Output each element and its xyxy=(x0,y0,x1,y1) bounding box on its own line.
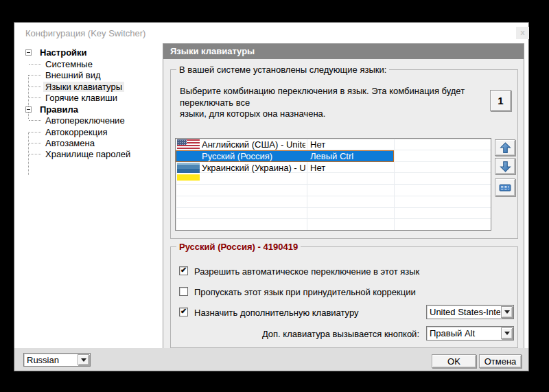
sidebar-item-appearance[interactable]: Внешний вид xyxy=(25,70,103,80)
page-title: Языки клавиатуры xyxy=(163,44,524,59)
sidebar-item-hotkeys[interactable]: Горячие клавиши xyxy=(25,93,119,103)
arrow-up-icon xyxy=(500,142,511,154)
ukraine-flag-overflow xyxy=(177,174,200,181)
arrow-down-icon xyxy=(500,161,511,172)
move-down-button[interactable] xyxy=(495,158,515,174)
sidebar-item-password-store[interactable]: Хранилище паролей xyxy=(25,149,132,159)
config-dialog: Конфигурация (Key Switcher) x Настройки … xyxy=(14,22,529,371)
installed-languages-group: В вашей системе установлены следующие яз… xyxy=(170,69,518,239)
sidebar-item-settings[interactable]: Настройки xyxy=(25,47,89,58)
sidebar-item-autoreplace[interactable]: Автозамена xyxy=(25,138,97,148)
extra-keyboard-key-select[interactable]: Правый Alt xyxy=(426,326,514,341)
collapse-icon[interactable] xyxy=(25,106,32,113)
language-row-english[interactable]: Английский (США) - United Stat Нет xyxy=(176,139,491,150)
content-panel: Языки клавиатуры В вашей системе установ… xyxy=(163,43,524,349)
ukraine-flag-icon xyxy=(177,163,200,173)
extra-keyboard-select[interactable]: United States-Internati xyxy=(426,305,514,319)
russian-language-group: Русский (Россия) - 4190419 ✔ Разрешить а… xyxy=(170,246,518,348)
language-row-ukrainian[interactable]: Украинский (Украина) - Ukrain Нет xyxy=(176,162,491,174)
group-title: Русский (Россия) - 4190419 xyxy=(176,242,301,252)
collapse-icon[interactable] xyxy=(25,49,32,56)
chevron-down-icon[interactable] xyxy=(501,306,513,318)
sidebar-item-system[interactable]: Системные xyxy=(25,59,95,69)
sidebar-item-keyboard-languages[interactable]: Языки клавиатуры xyxy=(25,82,124,92)
footer-bar: Russian OK Отмена xyxy=(14,348,528,371)
chevron-down-icon[interactable] xyxy=(78,354,89,365)
close-icon[interactable]: x xyxy=(516,27,529,39)
switch-combination-description: Выберите комбинацию переключения в язык.… xyxy=(180,86,482,120)
checkmark-icon: ✔ xyxy=(180,307,187,316)
combination-number-button[interactable]: 1 xyxy=(490,90,511,111)
empty-row xyxy=(176,219,491,231)
group-title: В вашей системе установлены следующие яз… xyxy=(176,65,389,75)
extra-keyboard-key-label: Доп. клавиатура вызывается кнопкой: xyxy=(262,329,419,339)
sidebar-item-autocorrect[interactable]: Автокоррекция xyxy=(25,127,110,137)
empty-row xyxy=(176,173,491,185)
auto-switch-checkbox[interactable]: ✔ xyxy=(179,266,188,275)
empty-row xyxy=(176,196,491,208)
empty-row xyxy=(176,185,491,196)
ok-button[interactable]: OK xyxy=(432,354,476,368)
us-flag-icon xyxy=(177,139,200,150)
cancel-button[interactable]: Отмена xyxy=(479,354,522,368)
keyboard-icon xyxy=(499,182,511,193)
move-up-button[interactable] xyxy=(495,139,515,156)
title-bar[interactable]: Конфигурация (Key Switcher) x xyxy=(14,23,528,43)
keyboard-layout-button[interactable] xyxy=(495,178,515,196)
sidebar-item-rules[interactable]: Правила xyxy=(25,104,80,115)
checkmark-icon: ✔ xyxy=(180,266,187,275)
language-row-russian[interactable]: Русский (Россия) Левый Ctrl xyxy=(176,150,491,162)
skip-language-checkbox[interactable]: ✔ xyxy=(179,287,188,296)
empty-row xyxy=(176,208,491,220)
sidebar-item-autoswitch[interactable]: Автопереключение xyxy=(25,115,127,126)
extra-keyboard-checkbox[interactable]: ✔ xyxy=(179,308,188,316)
ui-language-select[interactable]: Russian xyxy=(23,353,91,367)
window-title: Конфигурация (Key Switcher) xyxy=(25,28,145,38)
settings-tree: Настройки Системные Внешний вид Языки кл… xyxy=(25,43,161,349)
chevron-down-icon[interactable] xyxy=(501,327,513,339)
language-list[interactable]: Английский (США) - United Stat Нет Русск… xyxy=(175,138,491,231)
